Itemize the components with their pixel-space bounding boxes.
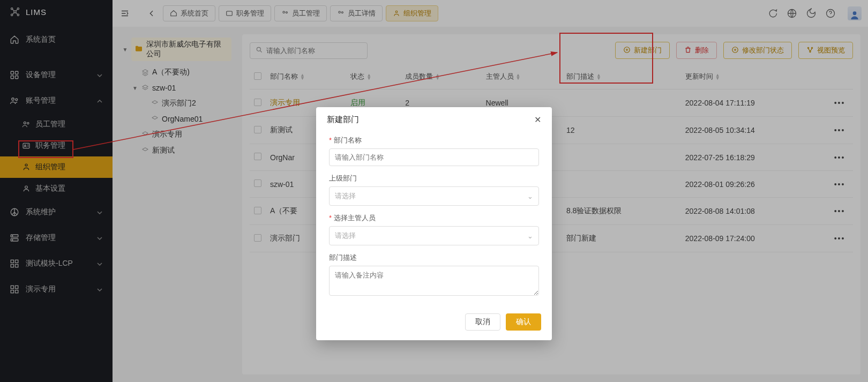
select-placeholder: 请选择: [335, 191, 356, 201]
parent-select[interactable]: 请选择⌄: [329, 186, 539, 206]
select-placeholder: 请选择: [335, 231, 356, 241]
desc-textarea[interactable]: [329, 266, 539, 296]
chevron-down-icon: ⌄: [527, 192, 533, 200]
dialog-title: 新建部门: [327, 115, 359, 125]
name-label: 部门名称: [329, 136, 539, 145]
close-button[interactable]: ✕: [534, 115, 541, 125]
manager-select[interactable]: 请选择⌄: [329, 226, 539, 245]
create-dept-dialog: 新建部门 ✕ 部门名称 上级部门 请选择⌄ 选择主管人员 请选择⌄ 部门描述: [316, 107, 552, 340]
modal-mask[interactable]: 新建部门 ✕ 部门名称 上级部门 请选择⌄ 选择主管人员 请选择⌄ 部门描述: [0, 0, 868, 382]
manager-label: 选择主管人员: [329, 213, 539, 223]
dept-name-input[interactable]: [329, 148, 539, 166]
parent-label: 上级部门: [329, 174, 539, 183]
confirm-button[interactable]: 确认: [506, 313, 541, 331]
desc-label: 部门描述: [329, 253, 539, 263]
cancel-button[interactable]: 取消: [465, 313, 500, 331]
chevron-down-icon: ⌄: [527, 232, 533, 240]
